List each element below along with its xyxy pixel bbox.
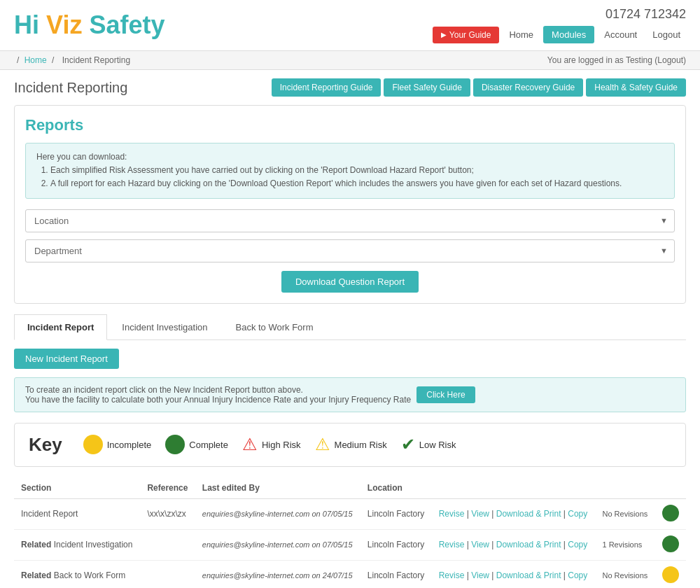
breadcrumb-separator: / (17, 55, 22, 65)
status-dot-green-2 (662, 536, 679, 552)
page-title-bar: Incident Reporting Incident Reporting Gu… (0, 70, 700, 105)
related-label-2: Related (21, 570, 51, 580)
key-high-risk: ⚠ High Risk (242, 435, 301, 454)
row1-location: Lincoln Factory (360, 498, 432, 529)
status-dot-yellow (662, 566, 679, 583)
col-status (655, 477, 686, 499)
info-item2: A full report for each Hazard buy clicki… (50, 177, 664, 190)
info-banner-text: To create an incident report click on th… (25, 385, 411, 405)
row1-revisions: No Revisions (595, 498, 654, 529)
col-last-edited: Last edited By (195, 477, 360, 499)
click-here-button[interactable]: Click Here (416, 386, 475, 403)
phone-number: 01724 712342 (606, 7, 686, 22)
breadcrumb-home[interactable]: Home (24, 55, 47, 65)
location-select[interactable]: Location (25, 209, 675, 232)
header-right: 01724 712342 Your Guide Home Modules Acc… (433, 7, 686, 43)
logout-button[interactable]: Logout (647, 27, 686, 43)
low-risk-label: Low Risk (419, 440, 456, 450)
row2-status (655, 529, 686, 560)
tab-back-to-work[interactable]: Back to Work Form (222, 314, 326, 340)
info-item1: Each simplified Risk Assessment you have… (50, 164, 664, 177)
guide-buttons: Incident Reporting Guide Fleet Safety Gu… (272, 78, 686, 97)
logo-viz: Viz (46, 10, 82, 39)
header: Hi Viz Safety 01724 712342 Your Guide Ho… (0, 0, 700, 51)
key-section: Key Incomplete Complete ⚠ High Risk ⚠ Me… (14, 423, 686, 467)
row1-edited: enquiries@skyline-internet.com on 07/05/… (195, 498, 360, 529)
breadcrumb-bar: / Home / Incident Reporting You are logg… (0, 51, 700, 70)
tab-incident-report[interactable]: Incident Report (14, 314, 107, 340)
table-header: Section Reference Last edited By Locatio… (14, 477, 686, 499)
nav-buttons: Your Guide Home Modules Account Logout (433, 26, 686, 43)
tab-incident-investigation[interactable]: Incident Investigation (108, 314, 220, 340)
col-reference: Reference (140, 477, 195, 499)
info-line1: Here you can download: (36, 152, 127, 162)
row2-location: Lincoln Factory (360, 529, 432, 560)
page-title: Incident Reporting (14, 80, 127, 96)
modules-button[interactable]: Modules (543, 26, 594, 43)
info-banner-line2: You have the facility to calculate both … (25, 395, 411, 405)
key-complete: Complete (165, 435, 228, 454)
status-dot-green (662, 505, 679, 522)
row2-actions[interactable]: Revise | View | Download & Print | Copy (432, 529, 596, 560)
account-button[interactable]: Account (598, 27, 643, 43)
download-btn-row: Download Question Report (25, 271, 675, 293)
incomplete-icon (83, 435, 103, 454)
breadcrumb-separator2: / (52, 55, 57, 65)
department-select[interactable]: Department (25, 239, 675, 262)
row3-revisions: No Revisions (595, 560, 654, 588)
download-question-report-button[interactable]: Download Question Report (281, 271, 419, 293)
col-revisions (595, 477, 654, 499)
row1-section: Incident Report (14, 498, 140, 529)
col-location: Location (360, 477, 432, 499)
logo-hi: Hi (14, 10, 39, 39)
new-incident-report-button[interactable]: New Incident Report (14, 349, 119, 369)
tab-content: New Incident Report To create an inciden… (14, 349, 686, 412)
logo: Hi Viz Safety (14, 10, 164, 40)
row3-reference (140, 560, 195, 588)
row2-section: Related Incident Investigation (14, 529, 140, 560)
complete-icon (165, 435, 185, 454)
incident-reporting-guide-button[interactable]: Incident Reporting Guide (272, 78, 382, 97)
location-dropdown-row: Location (25, 209, 675, 232)
row1-status (655, 498, 686, 529)
home-nav-button[interactable]: Home (503, 27, 539, 43)
row3-status (655, 560, 686, 588)
reports-title: Reports (25, 116, 675, 134)
table-row: Related Incident Investigation enquiries… (14, 529, 686, 560)
fleet-safety-guide-button[interactable]: Fleet Safety Guide (384, 78, 470, 97)
row2-section-name: Incident Investigation (54, 540, 133, 550)
complete-label: Complete (189, 440, 228, 450)
tabs-bar: Incident Report Incident Investigation B… (14, 314, 686, 340)
logged-in-status: You are logged in as Testing (Logout) (547, 55, 686, 65)
reports-info-box: Here you can download: Each simplified R… (25, 143, 675, 199)
medium-risk-label: Medium Risk (335, 440, 387, 450)
table-body: Incident Report \xx\x\zx\zx enquiries@sk… (14, 498, 686, 588)
row1-reference: \xx\x\zx\zx (140, 498, 195, 529)
health-safety-guide-button[interactable]: Health & Safety Guide (586, 78, 686, 97)
col-section: Section (14, 477, 140, 499)
row2-edited: enquiries@skyline-internet.com on 07/05/… (195, 529, 360, 560)
row3-actions[interactable]: Revise | View | Download & Print | Copy (432, 560, 596, 588)
info-banner: To create an incident report click on th… (14, 377, 686, 412)
key-medium-risk: ⚠ Medium Risk (315, 435, 387, 454)
reports-section: Reports Here you can download: Each simp… (14, 105, 686, 304)
row2-reference (140, 529, 195, 560)
low-risk-icon: ✔ (401, 435, 415, 454)
department-dropdown-row: Department (25, 239, 675, 262)
related-label: Related (21, 540, 51, 550)
incident-table: Section Reference Last edited By Locatio… (14, 477, 686, 588)
disaster-recovery-guide-button[interactable]: Disaster Recovery Guide (473, 78, 583, 97)
table-row: Related Back to Work Form enquiries@skyl… (14, 560, 686, 588)
medium-risk-icon: ⚠ (315, 435, 330, 454)
key-title: Key (29, 434, 62, 456)
row2-revisions: 1 Revisions (595, 529, 654, 560)
logo-safety: Safety (89, 10, 164, 39)
breadcrumb: / Home / Incident Reporting (14, 55, 133, 65)
department-dropdown-wrapper: Department (25, 239, 675, 262)
info-banner-line1: To create an incident report click on th… (25, 385, 411, 395)
row1-actions[interactable]: Revise | View | Download & Print | Copy (432, 498, 596, 529)
your-guide-button[interactable]: Your Guide (433, 27, 500, 43)
table-container: Section Reference Last edited By Locatio… (14, 477, 686, 588)
location-dropdown-wrapper: Location (25, 209, 675, 232)
high-risk-icon: ⚠ (242, 435, 258, 454)
